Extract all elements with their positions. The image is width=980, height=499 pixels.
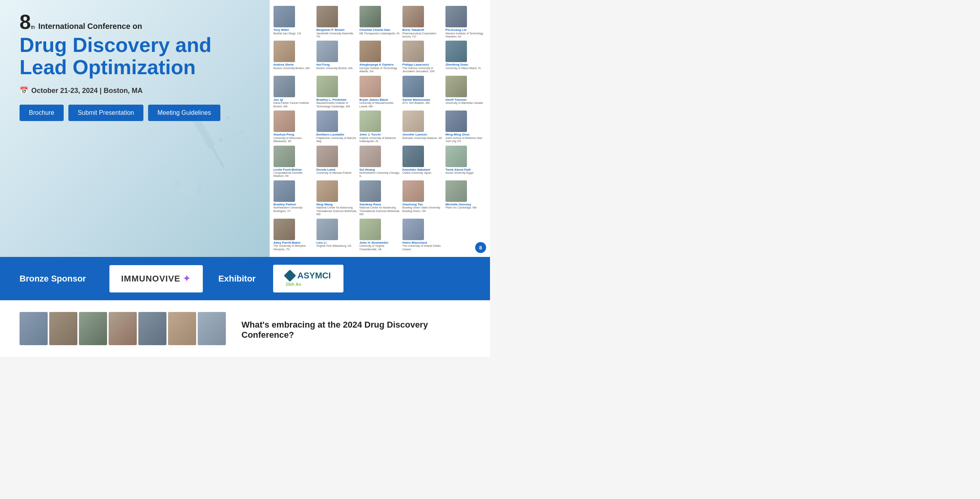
speaker-name: Sarine Markossian xyxy=(402,98,430,102)
speaker-name: Geoff Tranmer xyxy=(445,98,467,102)
speaker-name: Dorota Latek xyxy=(317,168,336,172)
speaker-name: Ming-Ming Zhou xyxy=(445,133,470,137)
speaker-card: Tarek Aboul-FadlAssiut University Egypt xyxy=(445,146,486,178)
speaker-name: Adeghoyega K Oyelere xyxy=(359,63,394,67)
speaker-card: Sandeep RanaNational Center for Advancin… xyxy=(359,180,400,216)
speaker-card: Boris TabakoffPharmaceutical Corporation… xyxy=(402,6,443,38)
speaker-name: Benjamin P. Brown xyxy=(317,28,345,32)
speaker-card: Jennifer LawsonBrandeis University Madis… xyxy=(402,110,443,143)
speaker-affiliation: Boston University Boston, MA xyxy=(317,67,353,70)
speaker-photo xyxy=(317,146,338,167)
immunovive-logo-box[interactable]: IMMUNOVIVE ✦ xyxy=(109,265,203,292)
speaker-card: Lieu LiVirginia Tech Blacksburg, VA xyxy=(317,219,357,251)
speaker-affiliation: University of Warsaw Poland xyxy=(317,171,351,175)
speaker-affiliation: Georgia Institute of Technology Atlanta,… xyxy=(359,67,400,73)
speaker-affiliation: ATS, NIH Baldwin, MD xyxy=(402,102,430,105)
speaker-affiliation: Brandeis University Madison, WI xyxy=(402,137,442,140)
meeting-guidelines-button[interactable]: Meeting Guidelines xyxy=(148,105,220,121)
asymci-logo: ASYMCI 25th An xyxy=(286,271,331,287)
speaker-affiliation: Stevens Institute of Technology Hoboken,… xyxy=(445,32,486,39)
speaker-card: Leslie Fusti-MolnarComputational Scienti… xyxy=(274,146,314,178)
speaker-affiliation: Boston University Boston, MA xyxy=(274,67,310,70)
speaker-photo xyxy=(402,110,424,132)
speaker-card: Helen BlanchardThe University of Ireland… xyxy=(402,219,443,251)
speaker-photo xyxy=(359,76,381,97)
speaker-card: Dorota LatekUniversity of Warsaw Poland xyxy=(317,146,357,178)
calendar-icon: 📅 xyxy=(20,86,28,95)
speaker-card: John H. BushwellerUniversity of Virginia… xyxy=(359,219,400,251)
bottom-speaker-photo xyxy=(138,312,166,345)
speaker-affiliation: NB Therapeutics Indianapolis, IN xyxy=(359,32,399,35)
speaker-affiliation: The Hebrew University of Jerusalem Jerus… xyxy=(402,67,443,73)
speaker-affiliation: Icahn School of Medicine New York City, … xyxy=(445,137,486,143)
bottom-speaker-photo xyxy=(198,312,226,345)
speaker-name: Tarek Aboul-Fadl xyxy=(445,168,470,172)
speaker-photo xyxy=(274,76,295,97)
speaker-card: Jun QiDana-Farber Cancer Institute Bosto… xyxy=(274,76,314,108)
speaker-name: Andrea Sterle xyxy=(274,63,294,67)
speaker-card: Ning WangNational Center for Advancing T… xyxy=(317,180,357,216)
asymci-logo-box[interactable]: ASYMCI 25th An xyxy=(273,265,343,292)
speaker-name: Abby Parrill-Baker xyxy=(274,241,301,245)
speaker-affiliation: Osaka University Japan xyxy=(402,171,431,175)
speaker-name: Pin-Kuang Lai xyxy=(445,28,467,32)
bottom-question-text: What's embracing at the 2024 Drug Discov… xyxy=(241,320,470,340)
speakers-grid: Yury MillerBioAtla San Diego, CABenjamin… xyxy=(274,6,486,251)
speaker-card: Michelle GarnseyPfizer Inc Cambridge, MA xyxy=(445,180,486,216)
speaker-photo xyxy=(317,6,338,27)
speaker-affiliation: BioAtla San Diego, CA xyxy=(274,32,301,35)
speaker-photo xyxy=(445,110,467,132)
conference-number: 8 xyxy=(20,12,31,32)
speaker-affiliation: University of Miami Miami, FL xyxy=(445,67,481,70)
speaker-name: Emiliano Laudadio xyxy=(317,133,344,137)
speaker-affiliation: University of Virginia Charlottesville, … xyxy=(359,244,400,251)
speaker-photo xyxy=(359,219,381,240)
speaker-card: Adeghoyega K OyelereGeorgia Institute of… xyxy=(359,41,400,73)
speaker-card: Kazuhiko NakataniOsaka University Japan xyxy=(402,146,443,178)
speaker-photo xyxy=(445,41,467,62)
speaker-card: Bradley L. PenteluteMassachusetts Instit… xyxy=(317,76,357,108)
speaker-photo xyxy=(274,110,295,132)
speaker-photo xyxy=(359,146,381,167)
speaker-name: Chunhai Charlie Hao xyxy=(359,28,390,32)
submit-presentation-button[interactable]: Submit Presentation xyxy=(68,105,143,121)
speaker-photo xyxy=(317,41,338,62)
bottom-speaker-photo xyxy=(49,312,77,345)
speaker-name: Bradley L. Pentelute xyxy=(317,98,347,102)
bottom-speaker-photo xyxy=(168,312,196,345)
immunovive-logo-text: IMMUNOVIVE xyxy=(121,274,181,284)
speaker-name: Kazuhiko Nakatani xyxy=(402,168,430,172)
speaker-photo xyxy=(274,219,295,240)
speaker-affiliation: Virginia Tech Blacksburg, VA xyxy=(317,244,351,248)
bronze-sponsor-label: Bronze Sponsor xyxy=(20,274,98,284)
brochure-button[interactable]: Brochure xyxy=(20,105,64,121)
speaker-photo xyxy=(359,41,381,62)
speaker-name: Helen Blanchard xyxy=(402,241,427,245)
speaker-card: Bradley PalmerNorthwestern University Bu… xyxy=(274,180,314,216)
speaker-affiliation: Northwestern University Chicago, IL xyxy=(359,171,400,178)
speaker-card: Ming-Ming ZhouIcahn School of Medicine N… xyxy=(445,110,486,143)
speaker-card: Emiliano LaudadioPolytechnic University … xyxy=(317,110,357,143)
speaker-card: Andrea SterleBoston University Boston, M… xyxy=(274,41,314,73)
speaker-affiliation: Bowling Green State University Bowling G… xyxy=(402,206,443,213)
asymci-sub-text: 25th An xyxy=(286,282,301,287)
hero-section: 8th International Conference on Drug Dis… xyxy=(0,0,490,257)
speaker-name: Ning Wang xyxy=(317,203,333,207)
bottom-section: What's embracing at the 2024 Drug Discov… xyxy=(0,300,490,357)
speaker-card: Zhenfeng DuanUniversity of Miami Miami, … xyxy=(445,41,486,73)
speaker-affiliation: Assiut University Egypt xyxy=(445,171,474,175)
speaker-name: John H. Bushweller xyxy=(359,241,388,245)
speaker-card: John J. TurchiIndiana University of Medi… xyxy=(359,110,400,143)
bottom-speaker-photo xyxy=(109,312,137,345)
speaker-name: Jennifer Lawson xyxy=(402,133,427,137)
speaker-affiliation: Vanderbilt University Nashville, TN xyxy=(317,32,357,39)
speaker-card: Xiaohong TanBowling Green State Universi… xyxy=(402,180,443,216)
conference-number-suffix: th xyxy=(31,24,35,30)
exhibitor-label: Exhibitor xyxy=(218,274,265,284)
speaker-name: Sui Huang xyxy=(359,168,375,172)
speaker-affiliation: Computational Scientific Madison, WI xyxy=(274,171,314,178)
speaker-photo xyxy=(402,76,424,97)
speaker-name: Zhenfeng Duan xyxy=(445,63,468,67)
asymci-diamond-icon xyxy=(284,269,296,282)
speaker-card: Geoff TranmerUniversity of Manitoba Cana… xyxy=(445,76,486,108)
